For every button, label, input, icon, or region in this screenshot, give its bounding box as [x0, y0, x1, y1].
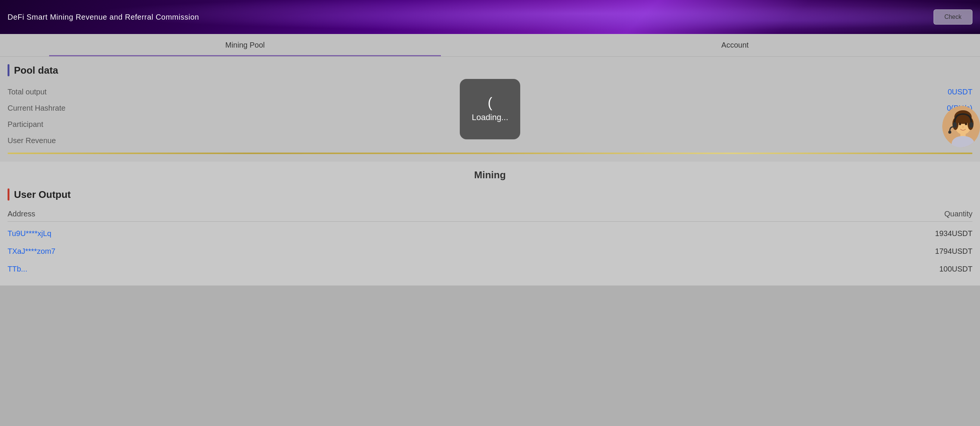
tab-account[interactable]: Account: [490, 34, 980, 56]
main-content: ( Loading... Pool data Total output 0USD…: [0, 57, 980, 162]
header-banner: DeFi Smart Mining Revenue and Referral C…: [0, 0, 980, 34]
row-quantity-1: 1794USDT: [935, 247, 972, 256]
table-row: Tu9U****xjLq 1934USDT: [8, 225, 972, 242]
loading-text: Loading...: [472, 113, 509, 122]
svg-point-11: [948, 131, 951, 134]
svg-point-5: [959, 123, 961, 126]
row-address-1[interactable]: TXaJ****zom7: [8, 247, 56, 256]
avatar: [942, 106, 980, 147]
pool-label-total-output: Total output: [8, 87, 46, 96]
pool-label-participant: Participant: [8, 120, 43, 129]
header-title: DeFi Smart Mining Revenue and Referral C…: [8, 13, 199, 22]
table-row: TXaJ****zom7 1794USDT: [8, 242, 972, 260]
user-output-section: User Output Address Quantity Tu9U****xjL…: [8, 188, 972, 278]
svg-rect-9: [953, 122, 956, 128]
check-button[interactable]: Check: [934, 10, 972, 25]
col-quantity: Quantity: [945, 210, 972, 218]
table-row: TTb... 100USDT: [8, 260, 972, 278]
avatar-container[interactable]: [942, 106, 980, 147]
row-quantity-0: 1934USDT: [935, 229, 972, 238]
table-header: Address Quantity: [8, 207, 972, 222]
pool-label-hashrate: Current Hashrate: [8, 104, 65, 113]
loading-overlay: ( Loading...: [460, 79, 520, 139]
tab-mining-pool[interactable]: Mining Pool: [0, 34, 490, 56]
row-quantity-2: 100USDT: [939, 265, 972, 273]
user-output-heading: User Output: [8, 188, 972, 200]
pool-value-total-output: 0USDT: [948, 87, 972, 96]
mining-section: Mining User Output Address Quantity Tu9U…: [0, 162, 980, 286]
pool-data-heading: Pool data: [8, 64, 972, 76]
svg-point-7: [962, 126, 964, 128]
loading-paren: (: [488, 96, 492, 110]
svg-rect-10: [969, 122, 973, 128]
svg-point-6: [965, 123, 967, 126]
gold-divider: [8, 153, 972, 154]
mining-title: Mining: [8, 169, 972, 181]
tabs-container: Mining Pool Account: [0, 34, 980, 57]
pool-label-user-revenue: User Revenue: [8, 136, 56, 145]
row-address-2[interactable]: TTb...: [8, 265, 27, 273]
row-address-0[interactable]: Tu9U****xjLq: [8, 229, 51, 238]
col-address: Address: [8, 210, 35, 218]
